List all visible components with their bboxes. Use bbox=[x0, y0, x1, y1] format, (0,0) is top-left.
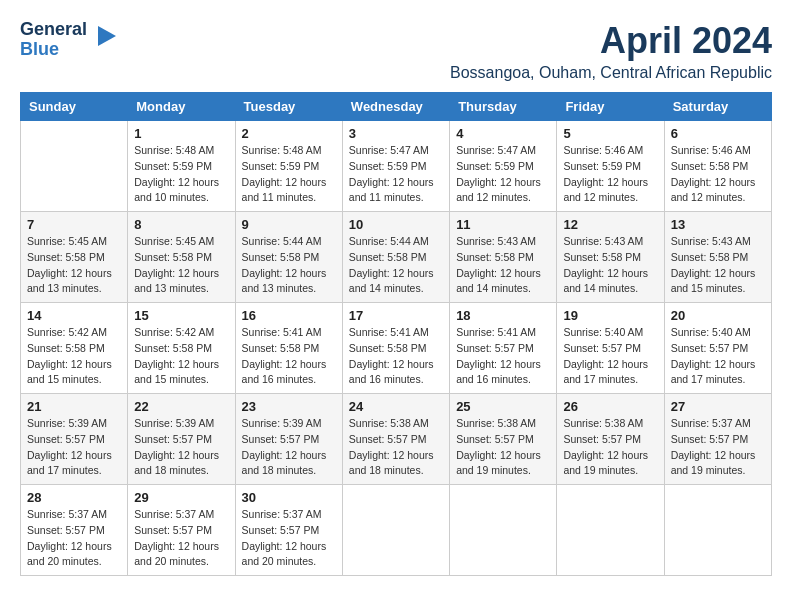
day-number: 5 bbox=[563, 126, 657, 141]
day-info: Sunrise: 5:42 AM Sunset: 5:58 PM Dayligh… bbox=[134, 325, 228, 388]
calendar-cell: 14Sunrise: 5:42 AM Sunset: 5:58 PM Dayli… bbox=[21, 303, 128, 394]
calendar-week-row: 21Sunrise: 5:39 AM Sunset: 5:57 PM Dayli… bbox=[21, 394, 772, 485]
day-info: Sunrise: 5:43 AM Sunset: 5:58 PM Dayligh… bbox=[456, 234, 550, 297]
calendar-cell: 15Sunrise: 5:42 AM Sunset: 5:58 PM Dayli… bbox=[128, 303, 235, 394]
calendar-cell: 12Sunrise: 5:43 AM Sunset: 5:58 PM Dayli… bbox=[557, 212, 664, 303]
day-number: 6 bbox=[671, 126, 765, 141]
logo-blue: Blue bbox=[20, 39, 59, 59]
day-number: 9 bbox=[242, 217, 336, 232]
calendar-cell bbox=[557, 485, 664, 576]
day-info: Sunrise: 5:40 AM Sunset: 5:57 PM Dayligh… bbox=[671, 325, 765, 388]
day-number: 4 bbox=[456, 126, 550, 141]
day-info: Sunrise: 5:39 AM Sunset: 5:57 PM Dayligh… bbox=[242, 416, 336, 479]
month-title: April 2024 bbox=[120, 20, 772, 62]
logo-general: General bbox=[20, 19, 87, 39]
calendar-cell: 11Sunrise: 5:43 AM Sunset: 5:58 PM Dayli… bbox=[450, 212, 557, 303]
day-info: Sunrise: 5:39 AM Sunset: 5:57 PM Dayligh… bbox=[134, 416, 228, 479]
calendar-cell: 6Sunrise: 5:46 AM Sunset: 5:58 PM Daylig… bbox=[664, 121, 771, 212]
calendar-cell: 13Sunrise: 5:43 AM Sunset: 5:58 PM Dayli… bbox=[664, 212, 771, 303]
calendar-cell: 17Sunrise: 5:41 AM Sunset: 5:58 PM Dayli… bbox=[342, 303, 449, 394]
day-info: Sunrise: 5:41 AM Sunset: 5:57 PM Dayligh… bbox=[456, 325, 550, 388]
calendar-week-row: 28Sunrise: 5:37 AM Sunset: 5:57 PM Dayli… bbox=[21, 485, 772, 576]
day-number: 13 bbox=[671, 217, 765, 232]
logo-icon bbox=[90, 21, 120, 51]
day-number: 10 bbox=[349, 217, 443, 232]
calendar-cell: 30Sunrise: 5:37 AM Sunset: 5:57 PM Dayli… bbox=[235, 485, 342, 576]
day-number: 17 bbox=[349, 308, 443, 323]
day-number: 21 bbox=[27, 399, 121, 414]
calendar-cell: 9Sunrise: 5:44 AM Sunset: 5:58 PM Daylig… bbox=[235, 212, 342, 303]
calendar-cell bbox=[450, 485, 557, 576]
day-number: 2 bbox=[242, 126, 336, 141]
logo: General Blue bbox=[20, 20, 120, 60]
day-header-tuesday: Tuesday bbox=[235, 93, 342, 121]
day-info: Sunrise: 5:43 AM Sunset: 5:58 PM Dayligh… bbox=[563, 234, 657, 297]
day-number: 22 bbox=[134, 399, 228, 414]
calendar-week-row: 1Sunrise: 5:48 AM Sunset: 5:59 PM Daylig… bbox=[21, 121, 772, 212]
calendar-cell: 8Sunrise: 5:45 AM Sunset: 5:58 PM Daylig… bbox=[128, 212, 235, 303]
calendar-cell: 27Sunrise: 5:37 AM Sunset: 5:57 PM Dayli… bbox=[664, 394, 771, 485]
calendar-cell: 21Sunrise: 5:39 AM Sunset: 5:57 PM Dayli… bbox=[21, 394, 128, 485]
day-number: 18 bbox=[456, 308, 550, 323]
top-bar: General Blue April 2024 Bossangoa, Ouham… bbox=[20, 20, 772, 82]
calendar-cell: 20Sunrise: 5:40 AM Sunset: 5:57 PM Dayli… bbox=[664, 303, 771, 394]
day-info: Sunrise: 5:41 AM Sunset: 5:58 PM Dayligh… bbox=[242, 325, 336, 388]
calendar-cell: 29Sunrise: 5:37 AM Sunset: 5:57 PM Dayli… bbox=[128, 485, 235, 576]
day-info: Sunrise: 5:47 AM Sunset: 5:59 PM Dayligh… bbox=[349, 143, 443, 206]
calendar-week-row: 7Sunrise: 5:45 AM Sunset: 5:58 PM Daylig… bbox=[21, 212, 772, 303]
calendar-cell bbox=[342, 485, 449, 576]
calendar-week-row: 14Sunrise: 5:42 AM Sunset: 5:58 PM Dayli… bbox=[21, 303, 772, 394]
day-number: 20 bbox=[671, 308, 765, 323]
day-number: 26 bbox=[563, 399, 657, 414]
calendar-cell: 24Sunrise: 5:38 AM Sunset: 5:57 PM Dayli… bbox=[342, 394, 449, 485]
day-info: Sunrise: 5:48 AM Sunset: 5:59 PM Dayligh… bbox=[242, 143, 336, 206]
day-number: 3 bbox=[349, 126, 443, 141]
day-number: 7 bbox=[27, 217, 121, 232]
calendar-cell: 1Sunrise: 5:48 AM Sunset: 5:59 PM Daylig… bbox=[128, 121, 235, 212]
calendar-cell bbox=[664, 485, 771, 576]
day-number: 16 bbox=[242, 308, 336, 323]
day-info: Sunrise: 5:43 AM Sunset: 5:58 PM Dayligh… bbox=[671, 234, 765, 297]
day-number: 19 bbox=[563, 308, 657, 323]
day-info: Sunrise: 5:48 AM Sunset: 5:59 PM Dayligh… bbox=[134, 143, 228, 206]
calendar-header: SundayMondayTuesdayWednesdayThursdayFrid… bbox=[21, 93, 772, 121]
day-info: Sunrise: 5:44 AM Sunset: 5:58 PM Dayligh… bbox=[242, 234, 336, 297]
day-header-saturday: Saturday bbox=[664, 93, 771, 121]
calendar-cell: 10Sunrise: 5:44 AM Sunset: 5:58 PM Dayli… bbox=[342, 212, 449, 303]
day-info: Sunrise: 5:37 AM Sunset: 5:57 PM Dayligh… bbox=[671, 416, 765, 479]
calendar-cell: 4Sunrise: 5:47 AM Sunset: 5:59 PM Daylig… bbox=[450, 121, 557, 212]
subtitle: Bossangoa, Ouham, Central African Republ… bbox=[120, 64, 772, 82]
day-header-thursday: Thursday bbox=[450, 93, 557, 121]
day-info: Sunrise: 5:42 AM Sunset: 5:58 PM Dayligh… bbox=[27, 325, 121, 388]
day-info: Sunrise: 5:37 AM Sunset: 5:57 PM Dayligh… bbox=[134, 507, 228, 570]
calendar-cell: 5Sunrise: 5:46 AM Sunset: 5:59 PM Daylig… bbox=[557, 121, 664, 212]
logo-text: General Blue bbox=[20, 20, 87, 60]
calendar-cell: 2Sunrise: 5:48 AM Sunset: 5:59 PM Daylig… bbox=[235, 121, 342, 212]
day-number: 24 bbox=[349, 399, 443, 414]
day-number: 30 bbox=[242, 490, 336, 505]
day-info: Sunrise: 5:46 AM Sunset: 5:59 PM Dayligh… bbox=[563, 143, 657, 206]
day-number: 8 bbox=[134, 217, 228, 232]
calendar-cell: 22Sunrise: 5:39 AM Sunset: 5:57 PM Dayli… bbox=[128, 394, 235, 485]
svg-marker-0 bbox=[98, 26, 116, 46]
calendar-cell: 28Sunrise: 5:37 AM Sunset: 5:57 PM Dayli… bbox=[21, 485, 128, 576]
calendar-table: SundayMondayTuesdayWednesdayThursdayFrid… bbox=[20, 92, 772, 576]
day-header-sunday: Sunday bbox=[21, 93, 128, 121]
day-number: 11 bbox=[456, 217, 550, 232]
calendar-cell: 7Sunrise: 5:45 AM Sunset: 5:58 PM Daylig… bbox=[21, 212, 128, 303]
calendar-body: 1Sunrise: 5:48 AM Sunset: 5:59 PM Daylig… bbox=[21, 121, 772, 576]
day-number: 27 bbox=[671, 399, 765, 414]
calendar-cell: 18Sunrise: 5:41 AM Sunset: 5:57 PM Dayli… bbox=[450, 303, 557, 394]
day-info: Sunrise: 5:39 AM Sunset: 5:57 PM Dayligh… bbox=[27, 416, 121, 479]
day-number: 25 bbox=[456, 399, 550, 414]
day-info: Sunrise: 5:46 AM Sunset: 5:58 PM Dayligh… bbox=[671, 143, 765, 206]
days-of-week-row: SundayMondayTuesdayWednesdayThursdayFrid… bbox=[21, 93, 772, 121]
day-number: 23 bbox=[242, 399, 336, 414]
day-info: Sunrise: 5:38 AM Sunset: 5:57 PM Dayligh… bbox=[563, 416, 657, 479]
day-header-friday: Friday bbox=[557, 93, 664, 121]
day-number: 29 bbox=[134, 490, 228, 505]
calendar-cell bbox=[21, 121, 128, 212]
calendar-cell: 25Sunrise: 5:38 AM Sunset: 5:57 PM Dayli… bbox=[450, 394, 557, 485]
calendar-cell: 26Sunrise: 5:38 AM Sunset: 5:57 PM Dayli… bbox=[557, 394, 664, 485]
day-number: 28 bbox=[27, 490, 121, 505]
